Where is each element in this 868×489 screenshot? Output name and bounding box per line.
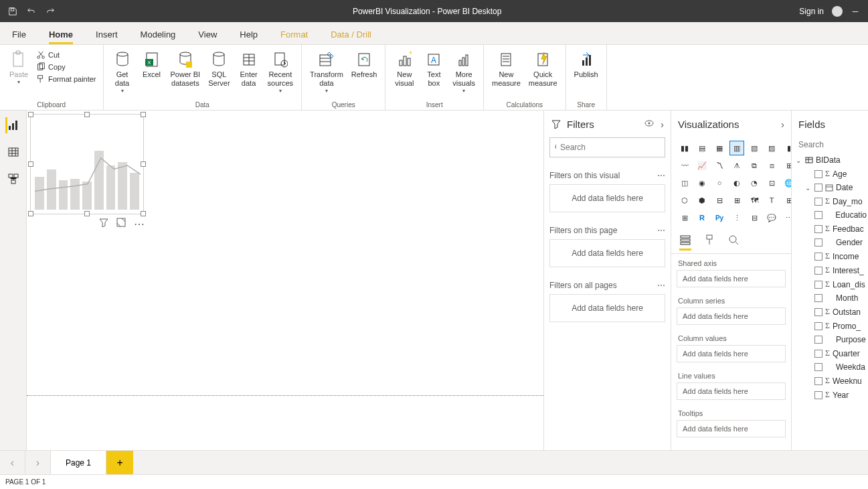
viz-type-icon[interactable]: ⩚ bbox=[730, 159, 744, 172]
viz-type-icon[interactable]: ⊟ bbox=[713, 194, 726, 207]
viz-type-icon[interactable]: ◔ bbox=[748, 176, 761, 190]
viz-type-icon[interactable]: ▮ bbox=[782, 141, 791, 155]
tab-file[interactable]: File bbox=[12, 29, 26, 44]
redo-icon[interactable] bbox=[46, 7, 55, 16]
field-checkbox[interactable] bbox=[814, 294, 822, 302]
field-node[interactable]: ΣWeeknu bbox=[793, 374, 867, 388]
field-checkbox[interactable] bbox=[814, 377, 822, 385]
field-node[interactable]: ΣIncome bbox=[793, 249, 867, 263]
new-measure-button[interactable]: New measure bbox=[488, 48, 525, 89]
field-node[interactable]: ΣOutstan bbox=[793, 305, 867, 319]
field-node[interactable]: ΣInterest_ bbox=[793, 263, 867, 277]
field-node[interactable]: Month bbox=[793, 291, 867, 305]
signin-link[interactable]: Sign in bbox=[799, 7, 824, 16]
field-node[interactable]: ΣPromo_ bbox=[793, 319, 867, 333]
field-checkbox[interactable] bbox=[814, 238, 822, 247]
field-checkbox[interactable] bbox=[814, 350, 822, 358]
tab-view[interactable]: View bbox=[198, 29, 217, 44]
field-checkbox[interactable] bbox=[814, 308, 822, 316]
fields-search-input[interactable] bbox=[798, 140, 868, 149]
text-box-button[interactable]: AText box bbox=[419, 48, 448, 89]
field-checkbox[interactable] bbox=[814, 198, 822, 206]
viz-field-dropzone[interactable]: Add data fields here bbox=[677, 270, 786, 287]
format-tab[interactable] bbox=[703, 234, 715, 251]
viz-type-icon[interactable]: R bbox=[695, 211, 709, 224]
filters-search[interactable] bbox=[549, 137, 665, 157]
field-checkbox[interactable] bbox=[814, 391, 822, 399]
field-node[interactable]: ΣAge bbox=[793, 167, 867, 181]
viz-field-dropzone[interactable]: Add data fields here bbox=[677, 420, 786, 437]
viz-type-icon[interactable]: Py bbox=[713, 211, 726, 224]
field-checkbox[interactable] bbox=[814, 211, 822, 219]
more-icon[interactable]: ⋯ bbox=[657, 226, 665, 235]
tab-help[interactable]: Help bbox=[240, 29, 258, 44]
viz-type-icon[interactable]: 〰 bbox=[678, 159, 691, 172]
focus-mode-icon[interactable] bbox=[116, 218, 126, 230]
field-checkbox[interactable] bbox=[814, 225, 822, 233]
viz-field-dropzone[interactable]: Add data fields here bbox=[677, 382, 786, 400]
refresh-button[interactable]: Refresh bbox=[347, 48, 381, 80]
undo-icon[interactable] bbox=[27, 7, 36, 16]
toggle-visibility-icon[interactable] bbox=[644, 119, 654, 130]
tab-format[interactable]: Format bbox=[280, 29, 308, 44]
excel-button[interactable]: XExcel bbox=[137, 48, 167, 80]
viz-type-icon[interactable]: ◫ bbox=[678, 176, 691, 190]
paste-button[interactable]: Paste▾ bbox=[4, 48, 33, 86]
viz-type-icon[interactable]: ⧈ bbox=[765, 159, 778, 172]
filter-dropzone[interactable]: Add data fields here bbox=[549, 184, 665, 212]
add-page-button[interactable]: + bbox=[106, 451, 133, 474]
filter-dropzone[interactable]: Add data fields here bbox=[549, 239, 665, 267]
viz-type-icon[interactable]: ▧ bbox=[748, 141, 761, 155]
viz-type-icon[interactable]: ⋮ bbox=[730, 211, 744, 224]
field-checkbox[interactable] bbox=[814, 322, 822, 330]
viz-type-icon[interactable]: ▥ bbox=[730, 141, 744, 155]
format-painter-button[interactable]: Format painter bbox=[36, 74, 96, 84]
viz-type-icon[interactable]: 〽 bbox=[713, 159, 726, 172]
viz-type-icon[interactable]: ⬢ bbox=[695, 194, 709, 207]
quick-measure-button[interactable]: Quick measure bbox=[525, 48, 561, 89]
viz-type-icon[interactable]: T bbox=[765, 194, 778, 207]
viz-type-icon[interactable]: 🗺 bbox=[748, 194, 761, 207]
viz-type-icon[interactable]: ⊞ bbox=[730, 194, 744, 207]
viz-type-icon[interactable]: ⊡ bbox=[765, 176, 778, 190]
analytics-tab[interactable] bbox=[727, 234, 740, 251]
new-visual-button[interactable]: +New visual bbox=[389, 48, 419, 89]
more-options-icon[interactable]: ⋯ bbox=[134, 218, 145, 230]
viz-type-icon[interactable]: ◉ bbox=[695, 176, 709, 190]
enter-data-button[interactable]: Enter data bbox=[234, 48, 264, 89]
tab-insert[interactable]: Insert bbox=[96, 29, 118, 44]
viz-field-dropzone[interactable]: Add data fields here bbox=[677, 345, 786, 362]
field-checkbox[interactable] bbox=[814, 281, 822, 289]
sql-server-button[interactable]: SQL Server bbox=[204, 48, 234, 89]
viz-type-icon[interactable]: 💬 bbox=[765, 211, 778, 224]
visual-filter-icon[interactable] bbox=[99, 218, 108, 230]
viz-type-icon[interactable]: ⊟ bbox=[748, 211, 761, 224]
field-node[interactable]: ΣQuarter bbox=[793, 346, 867, 360]
field-checkbox[interactable] bbox=[814, 170, 822, 178]
field-checkbox[interactable] bbox=[814, 184, 822, 192]
viz-type-icon[interactable]: ▨ bbox=[765, 141, 778, 155]
field-checkbox[interactable] bbox=[814, 253, 822, 261]
viz-field-dropzone[interactable]: Add data fields here bbox=[677, 307, 786, 325]
minimize-icon[interactable]: ─ bbox=[851, 7, 860, 16]
field-node[interactable]: ΣLoan_dis bbox=[793, 277, 867, 291]
transform-data-button[interactable]: Transform data▾ bbox=[306, 48, 347, 95]
viz-type-icon[interactable]: ▮▮ bbox=[678, 141, 691, 155]
field-node[interactable]: Educatio bbox=[793, 208, 867, 222]
filter-dropzone[interactable]: Add data fields here bbox=[549, 294, 665, 322]
viz-type-icon[interactable]: ○ bbox=[713, 176, 726, 190]
field-checkbox[interactable] bbox=[814, 267, 822, 275]
save-icon[interactable] bbox=[8, 7, 17, 16]
field-node[interactable]: ΣDay_mo bbox=[793, 194, 867, 208]
cut-button[interactable]: Cut bbox=[36, 50, 96, 60]
collapse-icon[interactable]: › bbox=[661, 119, 664, 130]
publish-button[interactable]: Publish bbox=[570, 48, 602, 80]
viz-type-icon[interactable]: ▦ bbox=[713, 141, 726, 155]
more-visuals-button[interactable]: More visuals▾ bbox=[448, 48, 479, 95]
tab-home[interactable]: Home bbox=[49, 29, 73, 44]
fields-well-tab[interactable] bbox=[679, 234, 691, 251]
page-tab-1[interactable]: Page 1 bbox=[51, 451, 106, 474]
data-view-icon[interactable] bbox=[5, 144, 21, 160]
field-node[interactable]: ⌄Date bbox=[793, 181, 867, 194]
viz-type-icon[interactable]: 🌐 bbox=[782, 176, 791, 190]
